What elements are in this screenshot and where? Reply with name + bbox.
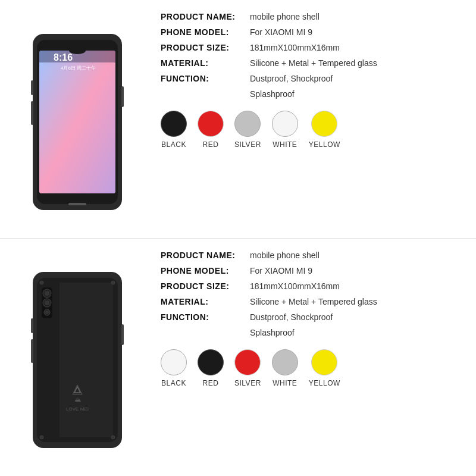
black-label-1: BLACK [161,140,186,149]
product-name-label-2: PRODUCT NAME: [161,250,250,260]
material-row-1: MATERIAL: Silicone + Metal + Tempered gl… [161,58,470,68]
svg-rect-11 [68,203,86,205]
product-info-1: PRODUCT NAME: mobile phone shell PHONE M… [149,12,470,232]
color-white-1[interactable]: WHITE [272,111,298,149]
svg-point-18 [45,300,49,305]
svg-text:8:16: 8:16 [54,52,73,62]
function-row-1: FUNCTION: Dustproof, Shockproof [161,74,470,83]
product-section-2: ⛰ LOVE MEI PRODUCT NAME: mobile phone [0,239,476,477]
svg-rect-28 [121,324,124,345]
function-value-1b: Splashproof [250,89,295,99]
phone-front-image: 8:16 4月6日 周二十午 [6,12,149,232]
color-yellow-1[interactable]: YELLOW [309,111,340,149]
color-red-2[interactable]: RED [198,349,224,387]
product-size-label-1: PRODUCT SIZE: [161,43,250,52]
colors-row-2: BLACK RED SILVER WHITE YELLOW [161,349,470,387]
product-size-value-2: 181mmX100mmX16mm [250,281,340,291]
svg-point-32 [111,436,115,439]
phone-model-row-2: PHONE MODEL: For XIAOMI MI 9 [161,266,470,275]
silver-circle-1[interactable] [234,111,261,137]
black-circle-1[interactable] [161,111,187,137]
product-name-value-2: mobile phone shell [250,250,320,260]
color-silver-2[interactable]: SILVER [234,349,261,387]
svg-point-7 [69,47,86,54]
phone-model-row-1: PHONE MODEL: For XIAOMI MI 9 [161,27,470,37]
svg-point-30 [111,281,115,284]
product-section-1: 8:16 4月6日 周二十午 PRODUCT NAME: mobile phon… [0,0,476,239]
silver-label-1: SILVER [234,140,261,149]
color-white-2[interactable]: WHITE [272,349,298,387]
svg-point-29 [40,281,43,284]
svg-text:⛰: ⛰ [74,396,81,403]
material-label-1: MATERIAL: [161,58,250,68]
material-value-2: Silicone + Metal + Tempered glass [250,297,377,306]
color-red-1[interactable]: RED [198,111,224,149]
phone-model-label-2: PHONE MODEL: [161,266,250,275]
white-label-2: WHITE [273,379,297,387]
svg-rect-9 [31,101,33,125]
color-silver-1[interactable]: SILVER [234,111,261,149]
svg-point-31 [40,436,43,439]
function-row-2b: Splashproof [161,328,470,337]
white-label-1: WHITE [273,140,297,149]
svg-rect-3 [39,51,115,193]
product-name-row-1: PRODUCT NAME: mobile phone shell [161,12,470,21]
color-yellow-2[interactable]: YELLOW [309,349,340,387]
product-name-label-1: PRODUCT NAME: [161,12,250,21]
function-value-1: Dustproof, Shockproof [250,74,333,83]
yellow-circle-1[interactable] [311,111,337,137]
color-black-2[interactable]: BLACK [161,349,187,387]
function-label-2: FUNCTION: [161,312,250,322]
svg-text:LOVE MEI: LOVE MEI [66,406,89,412]
svg-rect-8 [31,80,33,95]
phone-model-label-1: PHONE MODEL: [161,27,250,37]
black-swatch-2[interactable] [198,349,224,375]
function-row-1b: Splashproof [161,89,470,99]
red-circle-1[interactable] [198,111,224,137]
product-size-row-1: PRODUCT SIZE: 181mmX100mmX16mm [161,43,470,52]
color-black-1[interactable]: BLACK [161,111,187,149]
svg-rect-21 [60,283,113,437]
svg-point-16 [45,291,49,296]
yellow-label-2: YELLOW [309,379,340,387]
svg-rect-10 [121,86,124,107]
phone-model-value-2: For XIAOMI MI 9 [250,266,312,275]
black-label-2: BLACK [161,379,186,387]
white-swatch-2[interactable] [161,349,187,375]
product-name-row-2: PRODUCT NAME: mobile phone shell [161,250,470,260]
svg-rect-26 [31,318,33,333]
silver-swatch-2[interactable] [272,349,298,375]
red-label-1: RED [203,140,219,149]
svg-text:4月6日 周二十午: 4月6日 周二十午 [61,65,96,71]
function-label-1: FUNCTION: [161,74,250,83]
white-circle-1[interactable] [272,111,298,137]
function-row-2: FUNCTION: Dustproof, Shockproof [161,312,470,322]
red-swatch-2[interactable] [234,349,261,375]
function-value-2b: Splashproof [250,328,295,337]
red-label-2: RED [203,379,219,387]
product-name-value-1: mobile phone shell [250,12,320,21]
svg-rect-27 [31,339,33,363]
yellow-label-1: YELLOW [309,140,340,149]
phone-back-image: ⛰ LOVE MEI [6,250,149,471]
function-value-2: Dustproof, Shockproof [250,312,333,322]
material-label-2: MATERIAL: [161,297,250,306]
silver-label-2: SILVER [234,379,261,387]
material-value-1: Silicone + Metal + Tempered glass [250,58,377,68]
phone-model-value-1: For XIAOMI MI 9 [250,27,312,37]
product-info-2: PRODUCT NAME: mobile phone shell PHONE M… [149,250,470,471]
yellow-swatch-2[interactable] [311,349,337,375]
product-size-row-2: PRODUCT SIZE: 181mmX100mmX16mm [161,281,470,291]
main-container: 8:16 4月6日 周二十午 PRODUCT NAME: mobile phon… [0,0,476,476]
material-row-2: MATERIAL: Silicone + Metal + Tempered gl… [161,297,470,306]
product-size-label-2: PRODUCT SIZE: [161,281,250,291]
colors-row-1: BLACK RED SILVER WHITE YELLOW [161,111,470,149]
product-size-value-1: 181mmX100mmX16mm [250,43,340,52]
svg-point-20 [45,311,49,314]
